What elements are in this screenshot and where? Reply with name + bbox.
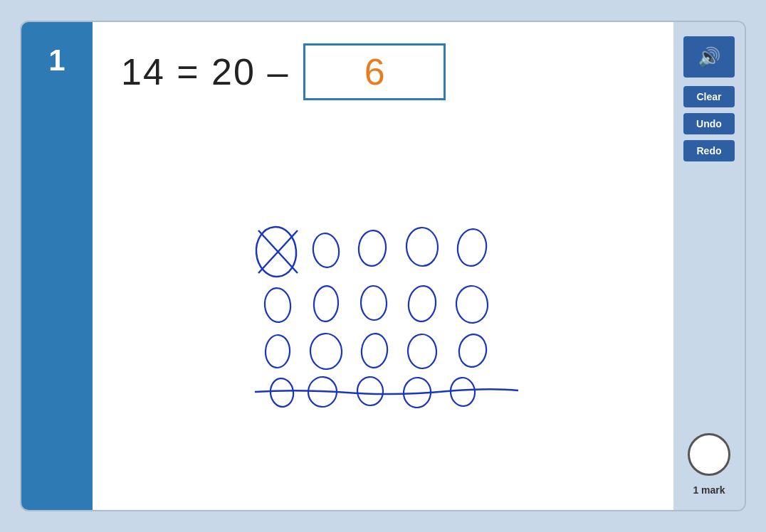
svg-point-5 <box>406 227 439 267</box>
svg-point-9 <box>360 285 387 320</box>
answer-box[interactable]: 6 <box>303 43 446 100</box>
sound-button[interactable]: 🔊 <box>683 36 735 78</box>
svg-point-19 <box>357 376 384 406</box>
svg-point-6 <box>456 227 489 267</box>
student-drawing <box>234 209 532 408</box>
svg-point-4 <box>357 229 387 267</box>
undo-button[interactable]: Undo <box>683 113 735 134</box>
svg-point-10 <box>406 284 438 323</box>
mark-circle <box>688 433 730 476</box>
svg-point-16 <box>456 332 488 369</box>
mark-label: 1 mark <box>693 484 725 496</box>
main-content-area: 14 = 20 – 6 <box>93 22 673 510</box>
clear-button[interactable]: Clear <box>683 86 735 107</box>
right-panel: 🔊 Clear Undo Redo 1 mark <box>673 22 745 510</box>
svg-point-7 <box>263 287 293 324</box>
equation-row: 14 = 20 – 6 <box>121 43 645 100</box>
svg-point-11 <box>455 284 489 324</box>
svg-point-8 <box>313 285 339 322</box>
svg-point-13 <box>309 333 342 371</box>
quiz-container: 1 14 = 20 – 6 <box>20 21 746 511</box>
equation-text: 14 = 20 – <box>121 50 289 93</box>
redo-button[interactable]: Redo <box>683 140 735 161</box>
svg-point-17 <box>268 377 295 408</box>
svg-point-12 <box>265 334 290 368</box>
answer-value: 6 <box>364 50 385 93</box>
question-number: 1 <box>48 43 65 78</box>
question-number-strip: 1 <box>21 22 93 510</box>
svg-point-21 <box>449 376 476 407</box>
svg-point-3 <box>311 232 341 270</box>
sound-icon: 🔊 <box>698 46 720 68</box>
drawing-area[interactable] <box>121 122 645 496</box>
svg-point-14 <box>360 332 389 369</box>
svg-point-15 <box>407 334 437 369</box>
